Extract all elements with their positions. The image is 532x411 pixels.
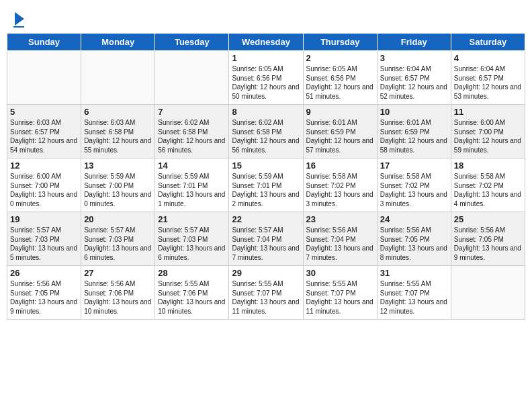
week-row-5: 26Sunrise: 5:56 AMSunset: 7:05 PMDayligh… <box>7 266 525 320</box>
weekday-header-monday: Monday <box>81 34 155 51</box>
day-info: Sunrise: 6:01 AMSunset: 6:59 PMDaylight:… <box>306 118 374 154</box>
day-number: 16 <box>306 161 374 171</box>
day-number: 23 <box>306 214 374 224</box>
calendar-cell: 14Sunrise: 5:59 AMSunset: 7:01 PMDayligh… <box>155 158 229 212</box>
day-info: Sunrise: 5:55 AMSunset: 7:07 PMDaylight:… <box>232 279 300 316</box>
day-info: Sunrise: 5:57 AMSunset: 7:03 PMDaylight:… <box>10 226 78 262</box>
calendar-cell: 12Sunrise: 6:00 AMSunset: 7:00 PMDayligh… <box>7 158 81 212</box>
calendar-cell: 22Sunrise: 5:57 AMSunset: 7:04 PMDayligh… <box>229 212 303 266</box>
day-info: Sunrise: 6:05 AMSunset: 6:56 PMDaylight:… <box>232 64 300 101</box>
calendar-cell: 25Sunrise: 5:56 AMSunset: 7:05 PMDayligh… <box>451 212 525 266</box>
day-number: 29 <box>232 268 300 278</box>
weekday-header-friday: Friday <box>377 34 451 51</box>
logo-underline <box>13 26 24 28</box>
day-info: Sunrise: 6:03 AMSunset: 6:57 PMDaylight:… <box>10 118 78 154</box>
day-info: Sunrise: 6:03 AMSunset: 6:58 PMDaylight:… <box>84 118 152 154</box>
calendar-cell: 4Sunrise: 6:04 AMSunset: 6:57 PMDaylight… <box>451 51 525 105</box>
day-number: 12 <box>10 161 78 171</box>
calendar-cell: 31Sunrise: 5:55 AMSunset: 7:07 PMDayligh… <box>377 266 451 320</box>
day-info: Sunrise: 5:56 AMSunset: 7:05 PMDaylight:… <box>10 279 78 316</box>
day-info: Sunrise: 5:57 AMSunset: 7:03 PMDaylight:… <box>84 226 152 262</box>
weekday-header-row: SundayMondayTuesdayWednesdayThursdayFrid… <box>7 34 525 51</box>
day-number: 31 <box>380 268 448 278</box>
calendar-cell <box>81 51 155 105</box>
day-info: Sunrise: 5:59 AMSunset: 7:01 PMDaylight:… <box>158 172 226 208</box>
calendar-cell: 19Sunrise: 5:57 AMSunset: 7:03 PMDayligh… <box>7 212 81 266</box>
page-header <box>7 7 525 30</box>
week-row-2: 5Sunrise: 6:03 AMSunset: 6:57 PMDaylight… <box>7 105 525 158</box>
calendar-table: SundayMondayTuesdayWednesdayThursdayFrid… <box>7 33 525 320</box>
calendar-cell <box>451 266 525 320</box>
week-row-1: 1Sunrise: 6:05 AMSunset: 6:56 PMDaylight… <box>7 51 525 105</box>
day-number: 18 <box>454 161 522 171</box>
calendar-cell: 21Sunrise: 5:57 AMSunset: 7:03 PMDayligh… <box>155 212 229 266</box>
day-info: Sunrise: 6:04 AMSunset: 6:57 PMDaylight:… <box>454 64 522 101</box>
calendar-cell <box>155 51 229 105</box>
day-info: Sunrise: 5:55 AMSunset: 7:06 PMDaylight:… <box>158 279 226 316</box>
day-info: Sunrise: 5:56 AMSunset: 7:05 PMDaylight:… <box>454 226 522 262</box>
weekday-header-thursday: Thursday <box>303 34 377 51</box>
calendar-cell: 26Sunrise: 5:56 AMSunset: 7:05 PMDayligh… <box>7 266 81 320</box>
day-number: 4 <box>454 53 522 63</box>
day-number: 3 <box>380 53 448 63</box>
day-info: Sunrise: 5:58 AMSunset: 7:02 PMDaylight:… <box>454 172 522 208</box>
day-number: 2 <box>306 53 374 63</box>
day-number: 25 <box>454 214 522 224</box>
logo-arrow-icon <box>15 12 24 26</box>
week-row-4: 19Sunrise: 5:57 AMSunset: 7:03 PMDayligh… <box>7 212 525 266</box>
calendar-cell: 11Sunrise: 6:00 AMSunset: 7:00 PMDayligh… <box>451 105 525 158</box>
calendar-cell: 15Sunrise: 5:59 AMSunset: 7:01 PMDayligh… <box>229 158 303 212</box>
calendar-cell: 7Sunrise: 6:02 AMSunset: 6:58 PMDaylight… <box>155 105 229 158</box>
day-info: Sunrise: 6:00 AMSunset: 7:00 PMDaylight:… <box>10 172 78 208</box>
day-info: Sunrise: 6:02 AMSunset: 6:58 PMDaylight:… <box>232 118 300 154</box>
day-number: 28 <box>158 268 226 278</box>
day-info: Sunrise: 6:01 AMSunset: 6:59 PMDaylight:… <box>380 118 448 154</box>
day-info: Sunrise: 5:57 AMSunset: 7:04 PMDaylight:… <box>232 226 300 262</box>
day-number: 13 <box>84 161 152 171</box>
weekday-header-tuesday: Tuesday <box>155 34 229 51</box>
weekday-header-saturday: Saturday <box>451 34 525 51</box>
day-number: 22 <box>232 214 300 224</box>
weekday-header-sunday: Sunday <box>7 34 81 51</box>
day-number: 17 <box>380 161 448 171</box>
calendar-cell: 30Sunrise: 5:55 AMSunset: 7:07 PMDayligh… <box>303 266 377 320</box>
calendar-cell: 24Sunrise: 5:56 AMSunset: 7:05 PMDayligh… <box>377 212 451 266</box>
weekday-header-wednesday: Wednesday <box>229 34 303 51</box>
day-info: Sunrise: 6:04 AMSunset: 6:57 PMDaylight:… <box>380 64 448 101</box>
day-number: 30 <box>306 268 374 278</box>
calendar-cell: 20Sunrise: 5:57 AMSunset: 7:03 PMDayligh… <box>81 212 155 266</box>
calendar-cell: 16Sunrise: 5:58 AMSunset: 7:02 PMDayligh… <box>303 158 377 212</box>
day-number: 14 <box>158 161 226 171</box>
day-number: 5 <box>10 107 78 117</box>
day-info: Sunrise: 5:56 AMSunset: 7:04 PMDaylight:… <box>306 226 374 262</box>
calendar-cell: 2Sunrise: 6:05 AMSunset: 6:56 PMDaylight… <box>303 51 377 105</box>
day-info: Sunrise: 6:05 AMSunset: 6:56 PMDaylight:… <box>306 64 374 101</box>
calendar-cell: 13Sunrise: 5:59 AMSunset: 7:00 PMDayligh… <box>81 158 155 212</box>
day-number: 10 <box>380 107 448 117</box>
calendar-cell: 23Sunrise: 5:56 AMSunset: 7:04 PMDayligh… <box>303 212 377 266</box>
calendar-cell: 1Sunrise: 6:05 AMSunset: 6:56 PMDaylight… <box>229 51 303 105</box>
calendar-cell <box>7 51 81 105</box>
day-info: Sunrise: 5:58 AMSunset: 7:02 PMDaylight:… <box>380 172 448 208</box>
calendar-cell: 29Sunrise: 5:55 AMSunset: 7:07 PMDayligh… <box>229 266 303 320</box>
week-row-3: 12Sunrise: 6:00 AMSunset: 7:00 PMDayligh… <box>7 158 525 212</box>
day-info: Sunrise: 6:00 AMSunset: 7:00 PMDaylight:… <box>454 118 522 154</box>
calendar-cell: 10Sunrise: 6:01 AMSunset: 6:59 PMDayligh… <box>377 105 451 158</box>
day-number: 15 <box>232 161 300 171</box>
day-info: Sunrise: 5:55 AMSunset: 7:07 PMDaylight:… <box>306 279 374 316</box>
day-number: 7 <box>158 107 226 117</box>
day-number: 20 <box>84 214 152 224</box>
day-number: 21 <box>158 214 226 224</box>
day-number: 9 <box>306 107 374 117</box>
day-number: 8 <box>232 107 300 117</box>
day-number: 1 <box>232 53 300 63</box>
day-number: 19 <box>10 214 78 224</box>
calendar-cell: 17Sunrise: 5:58 AMSunset: 7:02 PMDayligh… <box>377 158 451 212</box>
day-info: Sunrise: 5:58 AMSunset: 7:02 PMDaylight:… <box>306 172 374 208</box>
day-info: Sunrise: 6:02 AMSunset: 6:58 PMDaylight:… <box>158 118 226 154</box>
day-number: 11 <box>454 107 522 117</box>
calendar-cell: 3Sunrise: 6:04 AMSunset: 6:57 PMDaylight… <box>377 51 451 105</box>
day-number: 6 <box>84 107 152 117</box>
day-number: 27 <box>84 268 152 278</box>
day-info: Sunrise: 5:55 AMSunset: 7:07 PMDaylight:… <box>380 279 448 316</box>
